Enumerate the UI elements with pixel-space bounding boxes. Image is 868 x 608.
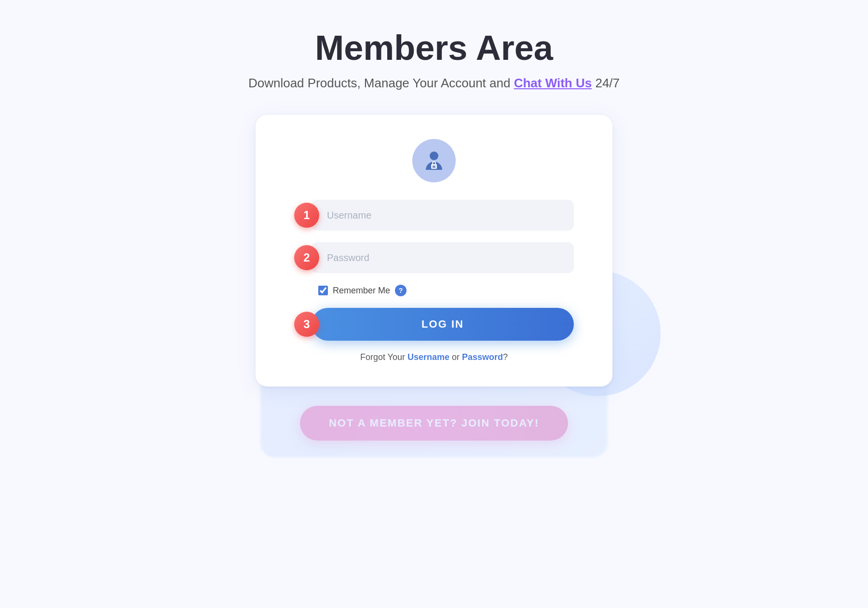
forgot-username-link[interactable]: Username — [407, 352, 449, 362]
step-3-badge: 3 — [294, 312, 319, 337]
help-icon[interactable]: ? — [395, 285, 407, 296]
remember-me-row: Remember Me ? — [294, 285, 574, 296]
password-row: 2 — [294, 242, 574, 273]
login-card: 1 2 Remember Me ? 3 LOG IN Forgot Your U… — [256, 115, 612, 387]
page-title: Members Area — [248, 29, 620, 67]
subtitle-text-after: 24/7 — [592, 76, 620, 90]
user-lock-icon — [421, 148, 447, 174]
forgot-middle: or — [449, 352, 462, 362]
username-row: 1 — [294, 200, 574, 231]
username-input[interactable] — [312, 200, 574, 231]
avatar-container — [294, 139, 574, 182]
forgot-password-link[interactable]: Password — [462, 352, 503, 362]
avatar — [412, 139, 456, 182]
chat-with-us-link[interactable]: Chat With Us — [514, 76, 592, 90]
forgot-prefix: Forgot Your — [360, 352, 407, 362]
login-button[interactable]: LOG IN — [312, 308, 574, 341]
remember-me-checkbox[interactable] — [318, 286, 328, 295]
remember-me-label: Remember Me — [333, 286, 390, 296]
page-header: Members Area Download Products, Manage Y… — [248, 29, 620, 91]
svg-rect-2 — [433, 166, 435, 168]
step-2-badge: 2 — [294, 245, 319, 270]
card-wrapper: 1 2 Remember Me ? 3 LOG IN Forgot Your U… — [236, 115, 632, 387]
step-1-badge: 1 — [294, 203, 319, 228]
forgot-row: Forgot Your Username or Password? — [294, 352, 574, 362]
forgot-suffix: ? — [503, 352, 508, 362]
password-input[interactable] — [312, 242, 574, 273]
subtitle-text-before: Download Products, Manage Your Account a… — [248, 76, 514, 90]
svg-point-0 — [430, 152, 438, 160]
page-subtitle: Download Products, Manage Your Account a… — [248, 76, 620, 91]
login-row: 3 LOG IN — [294, 308, 574, 341]
